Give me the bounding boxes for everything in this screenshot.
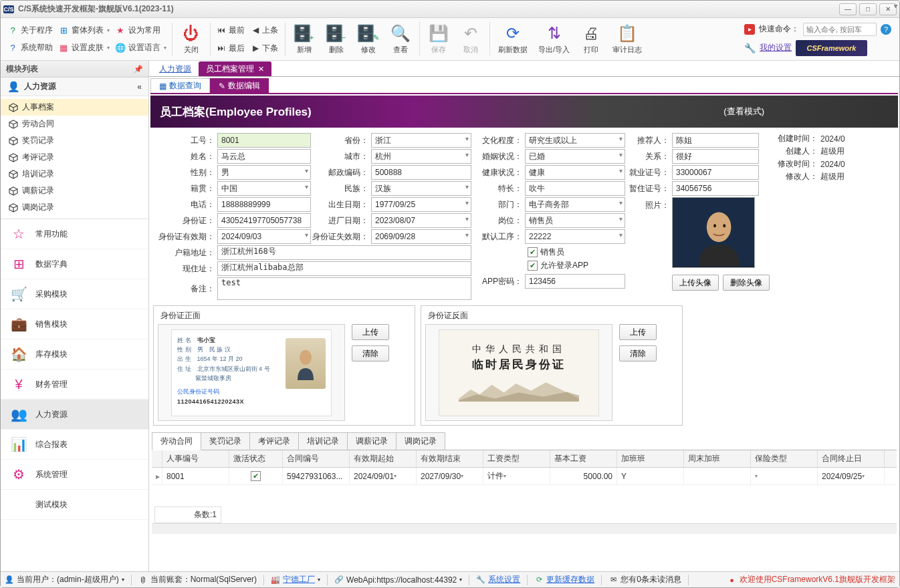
col-周末加班[interactable]: 周末加班 (684, 450, 751, 467)
sb-syscfg[interactable]: 🔧系统设置 (476, 574, 520, 585)
tab-员工档案管理[interactable]: 员工档案管理✕ (199, 61, 271, 76)
field-婚姻状况：[interactable] (525, 149, 625, 164)
nav-数据字典[interactable]: ⊞数据字典 (1, 249, 148, 279)
field-关系：[interactable] (672, 149, 759, 164)
tree-人事档案[interactable]: 人事档案 (1, 99, 148, 116)
sb-factory[interactable]: 🏭宁德工厂 ▾ (271, 574, 320, 585)
nav-next[interactable]: ▶下条 (249, 41, 282, 55)
window-list-button[interactable]: ⊞窗体列表▾ (55, 23, 112, 38)
cell-激活状态[interactable] (229, 468, 283, 484)
cell-合同编号[interactable]: 59427931063... (283, 468, 350, 484)
nav-采购模块[interactable]: 🛒采购模块 (1, 279, 148, 309)
close-button[interactable]: ⏻关闭 (175, 22, 207, 56)
subtab-数据查询[interactable]: ▦数据查询 (150, 78, 210, 93)
nav-人力资源[interactable]: 👥人力资源 (1, 400, 148, 430)
nav-测试模块[interactable]: 测试模块 (1, 490, 148, 520)
pin-icon[interactable]: 📌 (134, 65, 143, 74)
nav-系统管理[interactable]: ⚙系统管理 (1, 460, 148, 490)
upload-back-button[interactable]: 上传 (619, 324, 657, 340)
cell-有效期结束[interactable]: 2027/09/30 ▾ (417, 468, 483, 484)
field-就业证号：[interactable] (672, 165, 759, 180)
cell-有效期起始[interactable]: 2024/09/01 ▾ (350, 468, 417, 484)
field-默认工序：[interactable] (525, 229, 625, 244)
btab-培训记录[interactable]: 培训记录 (298, 432, 348, 450)
nav-常用功能[interactable]: ☆常用功能 (1, 219, 148, 249)
tab-人力资源[interactable]: 人力资源 (152, 61, 199, 76)
field-暂住证号：[interactable] (672, 181, 759, 196)
field-邮政编码：[interactable] (371, 165, 471, 180)
h-scrollbar[interactable] (152, 523, 897, 534)
tree-培训记录[interactable]: 培训记录 (1, 166, 148, 182)
cell-保险类型[interactable]: ▾ (751, 468, 818, 484)
close-window-button[interactable]: ✕ (879, 3, 897, 15)
field-现住址：[interactable]: 浙江杭州alibaba总部 (217, 261, 471, 276)
field-推荐人：[interactable] (672, 133, 759, 148)
chk-allow-app[interactable]: 允许登录APP (528, 260, 625, 271)
field-健康状况：[interactable] (525, 165, 625, 180)
subtab-数据编辑[interactable]: ✎数据编辑 (210, 78, 269, 93)
info-icon[interactable]: ? (881, 24, 891, 35)
col-有效期结束[interactable]: 有效期结束 (417, 450, 483, 467)
field-姓名：[interactable] (217, 149, 311, 164)
btab-奖罚记录[interactable]: 奖罚记录 (201, 432, 250, 450)
field-省份：[interactable] (371, 133, 471, 148)
cell-人事编号[interactable]: 8001 (162, 468, 229, 484)
col-工资类型[interactable]: 工资类型 (483, 450, 550, 467)
maximize-button[interactable]: □ (859, 3, 877, 15)
field-身份证失效期：[interactable] (371, 229, 471, 244)
tree-调薪记录[interactable]: 调薪记录 (1, 182, 148, 199)
field-进厂日期：[interactable] (371, 213, 471, 228)
nav-财务管理[interactable]: ¥财务管理 (1, 370, 148, 400)
cell-周末加班[interactable] (684, 468, 751, 484)
btab-调岗记录[interactable]: 调岗记录 (396, 432, 445, 450)
field-户籍地址：[interactable]: 浙江杭州168号 (217, 245, 471, 260)
sb-cache[interactable]: ⟳更新缓存数据 (534, 574, 594, 585)
collapse-icon[interactable]: « (137, 82, 142, 92)
nav-prev[interactable]: ◀上条 (249, 23, 282, 37)
col-人事编号[interactable]: 人事编号 (162, 450, 229, 467)
cell-合同终止日[interactable]: 2024/09/25 ▾ (818, 468, 885, 484)
tree-考评记录[interactable]: 考评记录 (1, 149, 148, 166)
clear-front-button[interactable]: 清除 (352, 345, 389, 361)
field-文化程度：[interactable] (525, 133, 625, 148)
delete-photo-button[interactable]: 删除头像 (723, 275, 770, 291)
tree-劳动合同[interactable]: 劳动合同 (1, 116, 148, 132)
nav-first[interactable]: ⏮最前 (213, 23, 249, 37)
cell-工资类型[interactable]: 计件 ▾ (483, 468, 550, 484)
btab-调薪记录[interactable]: 调薪记录 (347, 432, 397, 450)
field-身份证：[interactable] (217, 213, 311, 228)
col-有效期起始[interactable]: 有效期起始 (350, 450, 417, 467)
sb-user[interactable]: 👤当前用户：(admin-超级用户) ▾ (5, 574, 124, 585)
field-籍贯：[interactable] (217, 181, 311, 196)
field-出生日期：[interactable] (371, 197, 471, 212)
tb-导出/导入[interactable]: ⇅导出/导入 (533, 22, 575, 56)
about-button[interactable]: ?关于程序 (5, 23, 55, 38)
tree-调岗记录[interactable]: 调岗记录 (1, 199, 148, 216)
btab-劳动合同[interactable]: 劳动合同 (152, 432, 201, 450)
field-性别：[interactable] (217, 165, 311, 180)
tb-新增[interactable]: 🗄️+新增 (288, 22, 320, 56)
btab-考评记录[interactable]: 考评记录 (249, 432, 299, 450)
close-tab-icon[interactable]: ✕ (258, 65, 264, 74)
my-settings-link[interactable]: 我的设置 (760, 42, 792, 53)
clear-back-button[interactable]: 清除 (619, 345, 657, 361)
col-合同编号[interactable]: 合同编号 (283, 450, 350, 467)
nav-库存模块[interactable]: 🏠库存模块 (1, 339, 148, 370)
field-特长：[interactable] (525, 181, 625, 196)
set-language-button[interactable]: 🌐设置语言▾ (112, 41, 169, 55)
col-激活状态[interactable]: 激活状态 (229, 450, 283, 467)
quick-cmd-input[interactable] (803, 23, 877, 36)
upload-front-button[interactable]: 上传 (352, 324, 389, 340)
system-help-button[interactable]: ?系统帮助 (5, 41, 55, 55)
field-民族：[interactable] (371, 181, 471, 196)
field-APP密码：[interactable] (525, 274, 625, 289)
tb-审计日志[interactable]: 📋审计日志 (607, 22, 647, 56)
tb-修改[interactable]: 🗄️✎修改 (352, 22, 384, 56)
tb-删除[interactable]: 🗄️−删除 (320, 22, 352, 56)
tb-刷新数据[interactable]: ⟳刷新数据 (493, 22, 533, 56)
col-保险类型[interactable]: 保险类型 (751, 450, 818, 467)
field-部门：[interactable] (525, 197, 625, 212)
field-备注：[interactable]: test (217, 277, 471, 300)
tb-查看[interactable]: 🔍查看 (384, 22, 417, 56)
col-合同终止日[interactable]: 合同终止日 (818, 450, 885, 467)
